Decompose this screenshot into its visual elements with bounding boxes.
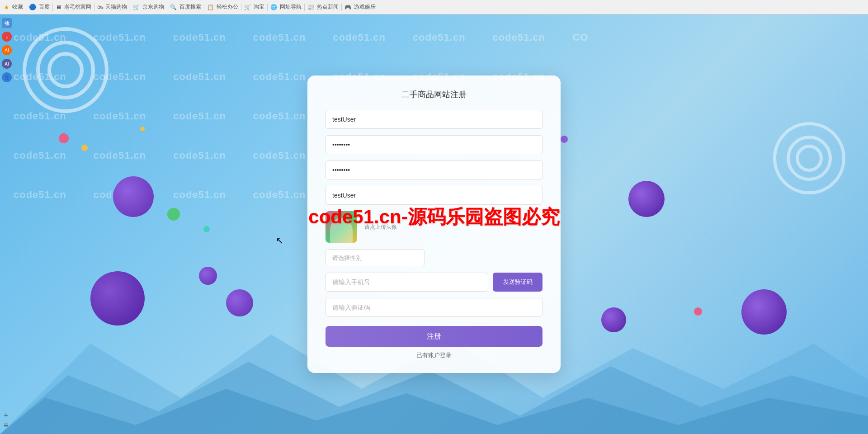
toolbar-separator10	[341, 4, 342, 11]
toolbar-icon-taobao: 🛒	[244, 4, 251, 10]
toolbar-label-news[interactable]: 热点新闻	[317, 3, 339, 11]
confirm-password-input[interactable]	[326, 160, 542, 179]
toolbar-icon-nav: 🌐	[270, 4, 277, 10]
phone-input[interactable]	[326, 273, 488, 292]
nickname-group	[326, 186, 542, 205]
sidebar-icon-5[interactable]: 👤	[2, 72, 12, 82]
verify-group	[326, 298, 542, 317]
menu-button[interactable]: ≡	[4, 421, 9, 430]
toolbar-label-game[interactable]: 游戏娱乐	[354, 3, 376, 11]
toolbar-icon-jd: 🛒	[133, 4, 140, 10]
left-sidebar: 收 ♪ AI AI 👤	[0, 14, 14, 434]
toolbar-label-favorites[interactable]: 收藏	[12, 3, 23, 11]
confirm-password-group	[326, 160, 542, 179]
toolbar-label-work[interactable]: 轻松办公	[217, 3, 238, 11]
toolbar-icon-news: 📰	[307, 4, 314, 10]
registration-modal: 二手商品网站注册 请点上传头像 请选择性别 男 女 保密	[307, 75, 561, 373]
toolbar-separator5	[167, 4, 167, 11]
toolbar-label-lmt[interactable]: 老毛桃官网	[64, 3, 91, 11]
phone-row: 发送验证码	[326, 273, 542, 292]
password-group	[326, 135, 542, 154]
avatar-upload-label[interactable]: 请点上传头像	[364, 223, 397, 231]
toolbar-label-baidu[interactable]: 百度	[39, 3, 50, 11]
toolbar-separator6	[204, 4, 204, 11]
toolbar-separator7	[241, 4, 241, 11]
toolbar-icon-work: 📋	[207, 4, 214, 10]
toolbar-icon-baidu: 🔵	[29, 4, 36, 10]
sidebar-icon-2[interactable]: ♪	[2, 32, 12, 42]
verify-input[interactable]	[326, 298, 542, 317]
login-link[interactable]: 已有账户登录	[326, 351, 542, 359]
avatar-preview	[326, 211, 357, 243]
toolbar-label-jd[interactable]: 京东购物	[142, 3, 164, 11]
star-icon: ★	[4, 4, 9, 11]
toolbar-icon-tmall: 🛍	[97, 4, 103, 10]
toolbar-separator	[26, 4, 26, 11]
sidebar-icon-1[interactable]: 收	[2, 18, 12, 28]
nickname-input[interactable]	[326, 186, 542, 205]
avatar-row: 请点上传头像	[326, 211, 542, 243]
add-tab-button[interactable]: +	[4, 411, 9, 420]
password-input[interactable]	[326, 135, 542, 154]
toolbar-label-bdsearch[interactable]: 百度搜索	[179, 3, 201, 11]
modal-overlay: 二手商品网站注册 请点上传头像 请选择性别 男 女 保密	[0, 14, 868, 434]
toolbar-separator8	[267, 4, 268, 11]
toolbar-separator9	[304, 4, 305, 11]
modal-title: 二手商品网站注册	[326, 89, 542, 100]
toolbar-icon-lmt: 🖥	[56, 4, 61, 10]
send-code-button[interactable]: 发送验证码	[493, 273, 542, 292]
gender-group: 请选择性别 男 女 保密	[326, 249, 542, 266]
toolbar-label-taobao[interactable]: 淘宝	[254, 3, 264, 11]
browser-toolbar: ★ 收藏 🔵 百度 🖥 老毛桃官网 🛍 天猫购物 🛒 京东购物 🔍 百度搜索 📋…	[0, 0, 868, 14]
sidebar-icon-3[interactable]: AI	[2, 45, 12, 55]
username-input[interactable]	[326, 110, 542, 129]
username-group	[326, 110, 542, 129]
toolbar-separator4	[130, 4, 130, 11]
gender-select[interactable]: 请选择性别 男 女 保密	[326, 249, 425, 266]
register-button[interactable]: 注册	[326, 326, 542, 347]
toolbar-separator2	[52, 4, 53, 11]
toolbar-icon-game: 🎮	[344, 4, 351, 10]
toolbar-separator3	[94, 4, 94, 11]
sidebar-icon-4[interactable]: AI	[2, 59, 12, 69]
toolbar-label-nav[interactable]: 网址导航	[280, 3, 302, 11]
toolbar-icon-bdsearch: 🔍	[170, 4, 177, 10]
avatar-overlay	[330, 218, 353, 243]
toolbar-label-tmall[interactable]: 天猫购物	[105, 3, 127, 11]
